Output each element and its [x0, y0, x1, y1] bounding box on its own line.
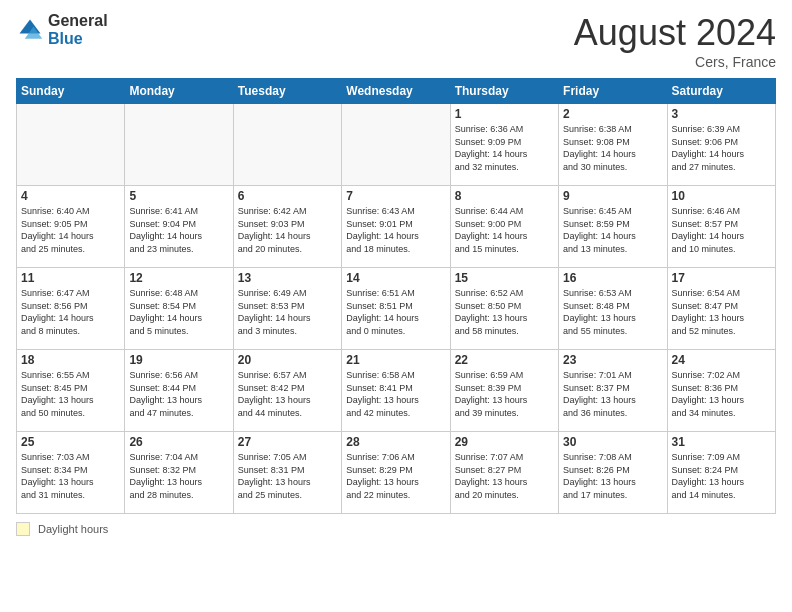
logo: General Blue	[16, 12, 108, 47]
day-info: Sunrise: 7:03 AM Sunset: 8:34 PM Dayligh…	[21, 451, 120, 501]
calendar-table: SundayMondayTuesdayWednesdayThursdayFrid…	[16, 78, 776, 514]
day-number: 31	[672, 435, 771, 449]
day-number: 16	[563, 271, 662, 285]
week-row-3: 11Sunrise: 6:47 AM Sunset: 8:56 PM Dayli…	[17, 268, 776, 350]
week-row-4: 18Sunrise: 6:55 AM Sunset: 8:45 PM Dayli…	[17, 350, 776, 432]
calendar-cell: 12Sunrise: 6:48 AM Sunset: 8:54 PM Dayli…	[125, 268, 233, 350]
day-number: 30	[563, 435, 662, 449]
calendar-cell: 25Sunrise: 7:03 AM Sunset: 8:34 PM Dayli…	[17, 432, 125, 514]
calendar-cell: 30Sunrise: 7:08 AM Sunset: 8:26 PM Dayli…	[559, 432, 667, 514]
day-info: Sunrise: 6:45 AM Sunset: 8:59 PM Dayligh…	[563, 205, 662, 255]
month-title: August 2024	[574, 12, 776, 54]
calendar-cell: 29Sunrise: 7:07 AM Sunset: 8:27 PM Dayli…	[450, 432, 558, 514]
calendar-cell: 4Sunrise: 6:40 AM Sunset: 9:05 PM Daylig…	[17, 186, 125, 268]
weekday-header-sunday: Sunday	[17, 79, 125, 104]
title-section: August 2024 Cers, France	[574, 12, 776, 70]
day-number: 13	[238, 271, 337, 285]
day-info: Sunrise: 6:53 AM Sunset: 8:48 PM Dayligh…	[563, 287, 662, 337]
calendar-cell: 16Sunrise: 6:53 AM Sunset: 8:48 PM Dayli…	[559, 268, 667, 350]
day-info: Sunrise: 7:02 AM Sunset: 8:36 PM Dayligh…	[672, 369, 771, 419]
calendar-cell	[233, 104, 341, 186]
day-number: 1	[455, 107, 554, 121]
calendar-cell: 11Sunrise: 6:47 AM Sunset: 8:56 PM Dayli…	[17, 268, 125, 350]
day-info: Sunrise: 7:05 AM Sunset: 8:31 PM Dayligh…	[238, 451, 337, 501]
calendar-cell: 5Sunrise: 6:41 AM Sunset: 9:04 PM Daylig…	[125, 186, 233, 268]
day-number: 27	[238, 435, 337, 449]
day-info: Sunrise: 6:40 AM Sunset: 9:05 PM Dayligh…	[21, 205, 120, 255]
location: Cers, France	[574, 54, 776, 70]
day-info: Sunrise: 6:58 AM Sunset: 8:41 PM Dayligh…	[346, 369, 445, 419]
calendar-cell: 17Sunrise: 6:54 AM Sunset: 8:47 PM Dayli…	[667, 268, 775, 350]
calendar-cell: 13Sunrise: 6:49 AM Sunset: 8:53 PM Dayli…	[233, 268, 341, 350]
calendar-cell: 6Sunrise: 6:42 AM Sunset: 9:03 PM Daylig…	[233, 186, 341, 268]
calendar-cell: 31Sunrise: 7:09 AM Sunset: 8:24 PM Dayli…	[667, 432, 775, 514]
day-info: Sunrise: 6:54 AM Sunset: 8:47 PM Dayligh…	[672, 287, 771, 337]
weekday-header-wednesday: Wednesday	[342, 79, 450, 104]
day-number: 11	[21, 271, 120, 285]
calendar-cell: 1Sunrise: 6:36 AM Sunset: 9:09 PM Daylig…	[450, 104, 558, 186]
day-info: Sunrise: 7:07 AM Sunset: 8:27 PM Dayligh…	[455, 451, 554, 501]
day-number: 23	[563, 353, 662, 367]
day-info: Sunrise: 7:09 AM Sunset: 8:24 PM Dayligh…	[672, 451, 771, 501]
day-number: 25	[21, 435, 120, 449]
day-info: Sunrise: 6:59 AM Sunset: 8:39 PM Dayligh…	[455, 369, 554, 419]
day-info: Sunrise: 6:42 AM Sunset: 9:03 PM Dayligh…	[238, 205, 337, 255]
logo-general-text: General	[48, 12, 108, 30]
weekday-header-thursday: Thursday	[450, 79, 558, 104]
day-number: 10	[672, 189, 771, 203]
calendar-cell: 3Sunrise: 6:39 AM Sunset: 9:06 PM Daylig…	[667, 104, 775, 186]
day-info: Sunrise: 7:01 AM Sunset: 8:37 PM Dayligh…	[563, 369, 662, 419]
calendar-cell: 14Sunrise: 6:51 AM Sunset: 8:51 PM Dayli…	[342, 268, 450, 350]
day-info: Sunrise: 7:08 AM Sunset: 8:26 PM Dayligh…	[563, 451, 662, 501]
day-number: 14	[346, 271, 445, 285]
day-number: 3	[672, 107, 771, 121]
day-number: 24	[672, 353, 771, 367]
day-info: Sunrise: 7:04 AM Sunset: 8:32 PM Dayligh…	[129, 451, 228, 501]
calendar-cell	[125, 104, 233, 186]
calendar-cell: 19Sunrise: 6:56 AM Sunset: 8:44 PM Dayli…	[125, 350, 233, 432]
daylight-icon	[16, 522, 30, 536]
day-number: 5	[129, 189, 228, 203]
calendar-cell: 2Sunrise: 6:38 AM Sunset: 9:08 PM Daylig…	[559, 104, 667, 186]
day-number: 17	[672, 271, 771, 285]
day-number: 28	[346, 435, 445, 449]
weekday-header-friday: Friday	[559, 79, 667, 104]
weekday-header-tuesday: Tuesday	[233, 79, 341, 104]
day-number: 19	[129, 353, 228, 367]
header: General Blue August 2024 Cers, France	[16, 12, 776, 70]
day-info: Sunrise: 6:51 AM Sunset: 8:51 PM Dayligh…	[346, 287, 445, 337]
week-row-2: 4Sunrise: 6:40 AM Sunset: 9:05 PM Daylig…	[17, 186, 776, 268]
logo-blue-text: Blue	[48, 30, 108, 48]
calendar-cell: 21Sunrise: 6:58 AM Sunset: 8:41 PM Dayli…	[342, 350, 450, 432]
calendar-cell: 28Sunrise: 7:06 AM Sunset: 8:29 PM Dayli…	[342, 432, 450, 514]
calendar-cell: 18Sunrise: 6:55 AM Sunset: 8:45 PM Dayli…	[17, 350, 125, 432]
footer: Daylight hours	[16, 522, 776, 536]
day-number: 12	[129, 271, 228, 285]
day-info: Sunrise: 6:38 AM Sunset: 9:08 PM Dayligh…	[563, 123, 662, 173]
day-number: 22	[455, 353, 554, 367]
logo-icon	[16, 16, 44, 44]
calendar-cell: 9Sunrise: 6:45 AM Sunset: 8:59 PM Daylig…	[559, 186, 667, 268]
day-number: 7	[346, 189, 445, 203]
day-number: 29	[455, 435, 554, 449]
day-number: 8	[455, 189, 554, 203]
day-number: 18	[21, 353, 120, 367]
calendar-cell: 8Sunrise: 6:44 AM Sunset: 9:00 PM Daylig…	[450, 186, 558, 268]
calendar-cell	[342, 104, 450, 186]
day-info: Sunrise: 6:41 AM Sunset: 9:04 PM Dayligh…	[129, 205, 228, 255]
day-number: 26	[129, 435, 228, 449]
day-info: Sunrise: 6:57 AM Sunset: 8:42 PM Dayligh…	[238, 369, 337, 419]
day-number: 20	[238, 353, 337, 367]
day-number: 6	[238, 189, 337, 203]
weekday-header-row: SundayMondayTuesdayWednesdayThursdayFrid…	[17, 79, 776, 104]
day-info: Sunrise: 6:44 AM Sunset: 9:00 PM Dayligh…	[455, 205, 554, 255]
calendar-cell: 26Sunrise: 7:04 AM Sunset: 8:32 PM Dayli…	[125, 432, 233, 514]
calendar-cell: 23Sunrise: 7:01 AM Sunset: 8:37 PM Dayli…	[559, 350, 667, 432]
day-number: 4	[21, 189, 120, 203]
day-info: Sunrise: 6:48 AM Sunset: 8:54 PM Dayligh…	[129, 287, 228, 337]
week-row-1: 1Sunrise: 6:36 AM Sunset: 9:09 PM Daylig…	[17, 104, 776, 186]
day-info: Sunrise: 6:36 AM Sunset: 9:09 PM Dayligh…	[455, 123, 554, 173]
calendar-cell: 22Sunrise: 6:59 AM Sunset: 8:39 PM Dayli…	[450, 350, 558, 432]
weekday-header-saturday: Saturday	[667, 79, 775, 104]
calendar-cell: 7Sunrise: 6:43 AM Sunset: 9:01 PM Daylig…	[342, 186, 450, 268]
